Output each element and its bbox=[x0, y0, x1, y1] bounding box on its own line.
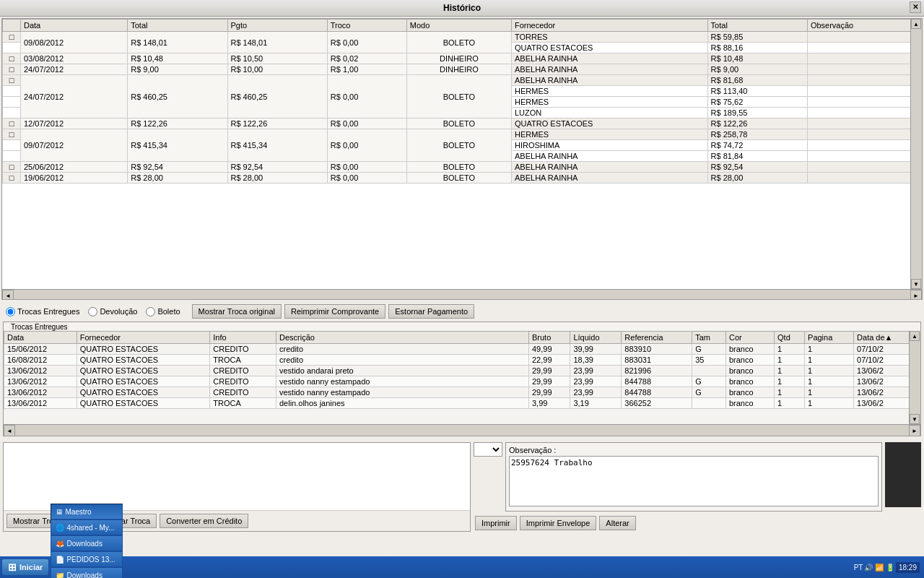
scroll-down-btn[interactable]: ▼ bbox=[911, 279, 921, 289]
col-pgto: Pgto bbox=[227, 20, 327, 32]
trocas-h-scroll-track[interactable] bbox=[15, 425, 909, 436]
list-item[interactable]: 13/06/2012 QUATRO ESTACOES CREDITO vesti… bbox=[4, 387, 920, 398]
trocas-entregues-group: Trocas Entregues Data Fornecedor Info De… bbox=[3, 322, 921, 436]
bottom-left-content bbox=[4, 443, 470, 510]
taskbar-item-label: PEDIDOS 13... bbox=[66, 556, 115, 557]
expand-icon[interactable]: □ bbox=[3, 129, 21, 140]
trocas-col-pagina: Pagina bbox=[805, 332, 854, 344]
col-expand bbox=[3, 20, 21, 32]
table-row: □ 09/07/2012 R$ 415,34 R$ 415,34 R$ 0,00… bbox=[3, 129, 922, 140]
list-item[interactable]: 16/08/2012 QUATRO ESTACOES TROCA credito… bbox=[4, 355, 920, 366]
historico-table: Data Total Pgto Troco Modo Fornecedor To… bbox=[2, 19, 922, 184]
col-total: Total bbox=[128, 20, 227, 32]
imprimir-btn[interactable]: Imprimir bbox=[475, 516, 517, 530]
expand-icon[interactable]: □ bbox=[3, 162, 21, 173]
trocas-col-fornecedor: Fornecedor bbox=[77, 332, 210, 344]
expand-icon[interactable]: □ bbox=[3, 53, 21, 64]
bottom-section: Mostrar Troca original Baixar Troca Conv… bbox=[0, 439, 924, 535]
trocas-scroll-up[interactable]: ▲ bbox=[910, 331, 920, 341]
radio-trocas[interactable]: Trocas Entregues bbox=[6, 307, 79, 316]
radio-group: Trocas Entregues Devolução Boleto bbox=[6, 307, 180, 316]
bottom-right-panel: Observação : Imprimir Imprimir Envelope … bbox=[474, 442, 921, 532]
observacao-group: Observação : bbox=[505, 442, 882, 512]
table-row: □ 24/07/2012 R$ 9,00 R$ 10,00 R$ 1,00 DI… bbox=[3, 64, 922, 75]
taskbar-item-icon: 🌐 bbox=[56, 524, 64, 532]
imprimir-envelope-btn[interactable]: Imprimir Envelope bbox=[520, 516, 597, 530]
col-observacao: Observação bbox=[807, 20, 921, 32]
expand-icon[interactable]: □ bbox=[3, 32, 21, 43]
table-row: □ 25/06/2012 R$ 92,54 R$ 92,54 R$ 0,00 B… bbox=[3, 162, 922, 173]
taskbar-item-label: 4shared - My... bbox=[66, 524, 114, 532]
expand-icon[interactable]: □ bbox=[3, 173, 21, 184]
h-scroll-left-btn[interactable]: ◄ bbox=[2, 290, 14, 301]
trocas-scroll-down[interactable]: ▼ bbox=[910, 414, 920, 424]
person-photo bbox=[885, 442, 921, 507]
converter-credito-btn[interactable]: Converter em Crédito bbox=[160, 514, 248, 528]
v-scrollbar[interactable]: ▲ ▼ bbox=[910, 19, 922, 289]
col-fornecedor: Fornecedor bbox=[512, 20, 708, 32]
alterar-btn[interactable]: Alterar bbox=[599, 516, 635, 530]
trocas-v-scrollbar[interactable]: ▲ ▼ bbox=[909, 331, 920, 424]
list-item[interactable]: 13/06/2012 QUATRO ESTACOES TROCA delin.o… bbox=[4, 398, 920, 409]
trocas-col-descricao: Descrição bbox=[276, 332, 529, 344]
trocas-table: Data Fornecedor Info Descrição Bruto Líq… bbox=[4, 331, 920, 409]
close-button[interactable]: ✕ bbox=[910, 1, 921, 13]
trocas-group-label: Trocas Entregues bbox=[9, 323, 69, 331]
trocas-col-info: Info bbox=[210, 332, 276, 344]
table-row: □ 09/08/2012 R$ 148,01 R$ 148,01 R$ 0,00… bbox=[3, 32, 922, 43]
trocas-col-bruto: Bruto bbox=[529, 332, 570, 344]
trocas-col-data: Data bbox=[4, 332, 77, 344]
scroll-up-btn[interactable]: ▲ bbox=[911, 19, 921, 29]
observacao-label: Observação : bbox=[509, 446, 879, 454]
taskbar-item-icon: 🖥 bbox=[56, 508, 63, 516]
dropdown-select[interactable] bbox=[474, 442, 502, 457]
taskbar-items: 🖥Maestro🌐4shared - My...🦊Downloads📄PEDID… bbox=[51, 504, 123, 556]
trocas-col-cor: Cor bbox=[725, 332, 774, 344]
taskbar-item[interactable]: 🌐4shared - My... bbox=[51, 519, 123, 535]
trocas-h-scroll-left[interactable]: ◄ bbox=[4, 425, 15, 436]
trocas-h-scroll-right[interactable]: ► bbox=[909, 425, 920, 436]
window-title: Histórico bbox=[443, 3, 481, 13]
trocas-col-referencia: Referencia bbox=[622, 332, 692, 344]
window: Histórico ✕ Data Total Pgto Troco Modo bbox=[0, 0, 924, 556]
h-scrollbar-top: ◄ ► bbox=[2, 289, 922, 300]
trocas-col-qtd: Qtd bbox=[775, 332, 805, 344]
taskbar-item-label: Downloads bbox=[66, 540, 102, 548]
title-bar: Histórico ✕ bbox=[0, 0, 924, 17]
radio-boleto[interactable]: Boleto bbox=[146, 307, 180, 316]
right-top-row: Observação : bbox=[474, 442, 921, 512]
col-troco: Troco bbox=[327, 20, 406, 32]
observacao-textarea[interactable] bbox=[509, 456, 879, 506]
estornar-pagamento-btn[interactable]: Estornar Pagamento bbox=[388, 304, 474, 319]
taskbar-item[interactable]: 📄PEDIDOS 13... bbox=[51, 551, 123, 556]
table-row: □ 03/08/2012 R$ 10,48 R$ 10,50 R$ 0,02 D… bbox=[3, 53, 922, 64]
taskbar-item-label: Maestro bbox=[65, 508, 91, 516]
expand-icon[interactable]: □ bbox=[3, 118, 21, 129]
radio-devolucao[interactable]: Devolução bbox=[88, 307, 137, 316]
mostrar-troca-original-btn[interactable]: Mostrar Troca original bbox=[192, 304, 282, 319]
print-buttons: Imprimir Imprimir Envelope Alterar bbox=[474, 514, 921, 532]
col-modo: Modo bbox=[406, 20, 511, 32]
h-scroll-track[interactable] bbox=[14, 290, 910, 301]
list-item[interactable]: 13/06/2012 QUATRO ESTACOES CREDITO vesti… bbox=[4, 376, 920, 387]
col-data: Data bbox=[21, 20, 128, 32]
trocas-h-scrollbar: ◄ ► bbox=[4, 424, 920, 436]
trocas-col-tam: Tam bbox=[692, 332, 726, 344]
h-scroll-right-btn[interactable]: ► bbox=[910, 290, 922, 301]
list-item[interactable]: 15/06/2012 QUATRO ESTACOES CREDITO credi… bbox=[4, 344, 920, 355]
reimprimir-comprovante-btn[interactable]: Reimprimir Comprovante bbox=[284, 304, 385, 319]
taskbar-item[interactable]: 🖥Maestro bbox=[51, 504, 123, 519]
trocas-col-liquido: Líquido bbox=[570, 332, 622, 344]
table-row: □ 24/07/2012 R$ 460,25 R$ 460,25 R$ 0,00… bbox=[3, 75, 922, 86]
list-item[interactable]: 13/06/2012 QUATRO ESTACOES CREDITO vesti… bbox=[4, 366, 920, 376]
expand-icon[interactable]: □ bbox=[3, 75, 21, 86]
table-row: □ 19/06/2012 R$ 28,00 R$ 28,00 R$ 0,00 B… bbox=[3, 173, 922, 184]
controls-section: Trocas Entregues Devolução Boleto Mostra… bbox=[0, 301, 924, 322]
col-total2: Total bbox=[707, 20, 807, 32]
action-buttons: Mostrar Troca original Reimprimir Compro… bbox=[192, 304, 475, 319]
expand-icon[interactable]: □ bbox=[3, 64, 21, 75]
taskbar-item-icon: 🦊 bbox=[56, 540, 64, 548]
table-row: □ 12/07/2012 R$ 122,26 R$ 122,26 R$ 0,00… bbox=[3, 118, 922, 129]
main-content: Data Total Pgto Troco Modo Fornecedor To… bbox=[0, 17, 924, 556]
taskbar-item[interactable]: 🦊Downloads bbox=[51, 535, 123, 551]
